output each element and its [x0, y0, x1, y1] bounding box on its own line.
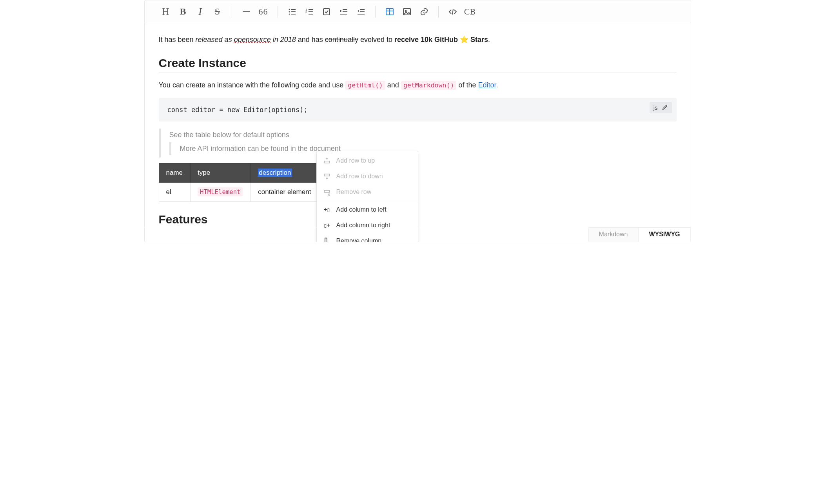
intro-paragraph[interactable]: It has been released as opensource in 20… — [159, 34, 677, 45]
heading-button[interactable]: H — [157, 3, 174, 20]
menu-remove-row[interactable]: Remove row — [317, 184, 418, 200]
outdent-icon — [356, 7, 366, 16]
menu-label: Add row to down — [336, 173, 383, 180]
menu-add-col-right[interactable]: ▯+ Add column to right — [317, 218, 418, 233]
menu-label: Add row to up — [336, 157, 375, 164]
menu-add-col-left[interactable]: +▯ Add column to left — [317, 202, 418, 218]
code-content: const editor = new Editor(options); — [167, 106, 668, 114]
remove-row-icon — [323, 188, 331, 196]
menu-add-row-up[interactable]: Add row to up — [317, 153, 418, 169]
td-type[interactable]: HTMLElement — [190, 182, 250, 201]
indent-button[interactable] — [335, 3, 352, 20]
svg-text:2: 2 — [305, 10, 307, 14]
toolbar-separator — [278, 6, 278, 18]
svg-point-3 — [289, 11, 290, 12]
intro-text: It has been — [159, 36, 196, 44]
svg-rect-12 — [323, 9, 330, 15]
svg-rect-28 — [324, 174, 329, 176]
tab-markdown[interactable]: Markdown — [588, 227, 639, 242]
svg-line-24 — [452, 9, 453, 15]
add-row-down-icon — [323, 172, 331, 180]
menu-remove-col[interactable]: Remove column — [317, 233, 418, 242]
toolbar-separator — [375, 6, 376, 18]
table-row[interactable]: el HTMLElement container element — [159, 182, 319, 201]
menu-label: Add column to right — [336, 222, 390, 229]
intro-em-2: in 2018 — [271, 36, 296, 44]
strike-button[interactable]: S — [209, 3, 226, 20]
code-block[interactable]: const editor = new Editor(options); js — [159, 98, 677, 121]
add-col-left-icon: +▯ — [323, 206, 331, 214]
strike-icon: S — [215, 6, 220, 17]
intro-em-spell: opensource — [234, 36, 271, 44]
intro-text-4: . — [488, 36, 490, 44]
create-paragraph[interactable]: You can create an instance with the foll… — [159, 80, 677, 91]
menu-add-row-down[interactable]: Add row to down — [317, 169, 418, 184]
toolbar-separator — [438, 6, 439, 18]
th-description[interactable]: description — [251, 163, 319, 182]
outdent-button[interactable] — [352, 3, 370, 20]
image-icon — [402, 7, 412, 16]
ul-icon — [287, 7, 297, 16]
add-row-up-icon — [323, 157, 331, 165]
code-lang-button[interactable]: js — [650, 102, 672, 113]
table-button[interactable] — [381, 3, 398, 20]
link-button[interactable] — [416, 3, 433, 20]
indent-icon — [339, 7, 349, 16]
image-button[interactable] — [398, 3, 416, 20]
svg-point-1 — [289, 9, 290, 10]
remove-col-icon — [323, 237, 331, 242]
editor-link[interactable]: Editor — [478, 81, 496, 89]
heading-icon: H — [162, 6, 169, 18]
hr-button[interactable] — [238, 3, 255, 20]
bold-icon: B — [180, 6, 186, 17]
bold-button[interactable]: B — [174, 3, 192, 20]
th-name[interactable]: name — [159, 163, 190, 182]
td-type-code: HTMLElement — [198, 187, 243, 196]
svg-rect-31 — [324, 190, 329, 192]
menu-separator — [317, 201, 418, 201]
codeblock-button[interactable]: CB — [461, 3, 479, 20]
create-text-d: . — [496, 81, 498, 89]
menu-label: Remove row — [336, 189, 372, 196]
tab-wysiwyg[interactable]: WYSIWYG — [638, 227, 690, 242]
quote-icon: 66 — [259, 7, 268, 17]
intro-text-3: evolved to — [358, 36, 394, 44]
td-desc[interactable]: container element — [251, 182, 319, 201]
create-text-c: of the — [456, 81, 478, 89]
heading-create-instance[interactable]: Create Instance — [159, 56, 677, 73]
ul-button[interactable] — [283, 3, 301, 20]
table-icon — [385, 7, 394, 16]
editor-toolbar: H B I S 66 1 2 — [145, 0, 691, 23]
link-icon — [419, 7, 429, 16]
intro-strike: continually — [325, 36, 358, 44]
add-col-right-icon: ▯+ — [323, 221, 331, 229]
create-text-a: You can create an instance with the foll… — [159, 81, 346, 89]
blockquote-inner[interactable]: More API information can be found in the… — [169, 142, 677, 155]
italic-icon: I — [198, 6, 202, 18]
code-icon — [448, 7, 457, 16]
task-button[interactable] — [318, 3, 335, 20]
menu-label: Remove column — [336, 237, 382, 242]
editor-frame: H B I S 66 1 2 — [144, 0, 691, 242]
code-button[interactable] — [444, 3, 461, 20]
td-name[interactable]: el — [159, 182, 190, 201]
svg-rect-25 — [324, 161, 329, 163]
italic-button[interactable]: I — [192, 3, 209, 20]
hr-icon — [241, 7, 251, 16]
pencil-icon — [662, 104, 668, 111]
svg-point-5 — [289, 13, 290, 15]
intro-bold: receive 10k GitHub ⭐️ Stars — [394, 36, 488, 44]
options-table[interactable]: name type description el HTMLElement con… — [159, 163, 319, 202]
inline-code-gethtml: getHtml() — [345, 81, 385, 90]
toolbar-separator — [232, 6, 232, 18]
menu-label: Add column to left — [336, 206, 387, 213]
task-icon — [322, 7, 331, 16]
svg-point-23 — [405, 10, 406, 11]
blockquote-button[interactable]: 66 — [255, 3, 272, 20]
bq-outer-text: See the table below for default options — [169, 131, 289, 139]
ol-button[interactable]: 1 2 — [301, 3, 318, 20]
intro-text-2: and has — [296, 36, 325, 44]
th-description-label: description — [258, 169, 292, 177]
code-lang-label: js — [653, 104, 658, 111]
th-type[interactable]: type — [190, 163, 250, 182]
